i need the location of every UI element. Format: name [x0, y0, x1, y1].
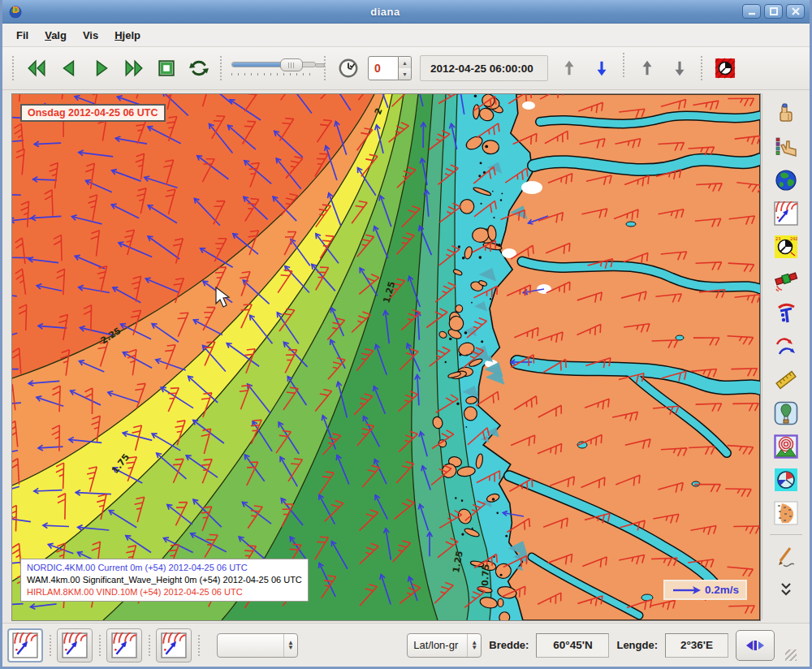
sidebar-button-wave-spectrum[interactable]	[772, 466, 800, 494]
titlebar[interactable]: D diana	[2, 0, 810, 24]
loop-button[interactable]	[183, 53, 215, 84]
sidebar-button-profet-hand[interactable]	[772, 133, 800, 161]
quick-field-button-3[interactable]	[106, 628, 142, 663]
sidebar-separator	[770, 534, 802, 535]
sidebar-button-field[interactable]	[772, 200, 800, 227]
current-scale-legend: 0.2m/s	[663, 580, 747, 600]
stop-button[interactable]	[150, 53, 183, 84]
latitude-label: Bredde:	[489, 639, 529, 651]
statusbar-grip	[50, 635, 53, 656]
quickmenu-combobox[interactable]: ▲▼	[217, 633, 298, 658]
projection-value: Lat/lon-gr	[413, 639, 458, 651]
legend-line: NORDIC.4KM.00 Current 0m (+54) 2012-04-2…	[27, 562, 302, 574]
time-offset-clock-button[interactable]	[332, 53, 365, 84]
timecontrol-button[interactable]	[709, 53, 741, 84]
level-down-button[interactable]	[663, 53, 696, 84]
spinbox-value[interactable]: 0	[368, 56, 399, 80]
toolbar-grip[interactable]	[220, 56, 223, 80]
statusbar-grip	[198, 635, 201, 656]
sidebar-button-objects[interactable]	[772, 300, 800, 327]
svg-text:D: D	[12, 5, 19, 15]
longitude-value: 2°36'E	[665, 633, 728, 658]
sidebar-button-ruler[interactable]	[772, 366, 800, 394]
spinbox-up-icon[interactable]: ▲	[399, 57, 411, 68]
toolbar: 0 ▲▼ 2012-04-25 06:00:00	[2, 47, 810, 90]
menu-item-fil[interactable]: Fil	[9, 27, 36, 44]
step-back-button[interactable]	[53, 53, 85, 84]
map-canvas[interactable]: 2.2521.751.251.250.75 Onsdag 2012-04-25 …	[11, 93, 761, 621]
sidebar-button-chevron-more[interactable]	[772, 576, 800, 603]
map-layer-legend: NORDIC.4KM.00 Current 0m (+54) 2012-04-2…	[20, 559, 309, 602]
diana-window: D diana FilValgVisHjelp 0 ▲▼ 2012-04-25 …	[0, 0, 812, 669]
fast-forward-button[interactable]	[118, 53, 150, 84]
sidebar-button-trajectory[interactable]	[772, 333, 800, 360]
spinbox-down-icon[interactable]: ▼	[399, 68, 411, 80]
diana-logo-icon: D	[7, 3, 24, 19]
current-time-display: 2012-04-25 06:00:00	[420, 55, 548, 81]
right-toolbar: 23292	[762, 93, 810, 619]
sidebar-button-observation[interactable]: 23292	[772, 233, 800, 261]
sidebar-button-satellite[interactable]	[772, 266, 800, 294]
time-step-down-button[interactable]	[585, 53, 618, 84]
toggle-panel-button[interactable]	[736, 630, 775, 661]
svg-text:23: 23	[775, 236, 780, 241]
toolbar-grip[interactable]	[701, 56, 704, 80]
minimize-button[interactable]	[742, 4, 761, 19]
toolbar-grip[interactable]	[12, 56, 15, 80]
toolbar-grip[interactable]	[324, 56, 327, 80]
quick-field-button-4[interactable]	[156, 628, 192, 663]
quick-field-button-1[interactable]	[7, 628, 43, 663]
maximize-button[interactable]	[764, 4, 783, 19]
quick-field-button-2[interactable]	[57, 628, 93, 663]
weather-map[interactable]: 2.2521.751.251.250.75	[12, 94, 760, 620]
statusbar-grip	[99, 635, 102, 656]
sidebar-button-globe[interactable]	[772, 166, 800, 194]
time-step-up-button[interactable]	[553, 53, 585, 84]
map-datetime-annotation: Onsdag 2012-04-25 06 UTC	[20, 104, 166, 122]
sidebar-button-precipitation[interactable]	[772, 499, 800, 527]
sidebar-button-thumbs-up[interactable]	[772, 100, 800, 127]
toolbar-grip[interactable]	[623, 53, 626, 77]
menu-item-valg[interactable]: Valg	[37, 27, 74, 44]
sidebar-button-vertical-profile[interactable]	[772, 399, 800, 427]
slider-handle[interactable]	[280, 58, 303, 71]
resize-grip[interactable]	[785, 650, 797, 661]
statusbar-grip	[149, 635, 152, 656]
latitude-value: 60°45'N	[536, 633, 609, 658]
scale-arrow-icon	[672, 585, 702, 596]
window-title: diana	[28, 6, 742, 18]
sidebar-button-pen[interactable]	[772, 542, 800, 570]
menu-item-hjelp[interactable]: Hjelp	[107, 27, 148, 44]
statusbar: ▲▼ Lat/lon-gr ▲▼ Bredde: 60°45'N Lengde:…	[2, 623, 810, 667]
play-button[interactable]	[85, 53, 118, 84]
longitude-label: Lengde:	[616, 639, 658, 651]
close-button[interactable]	[786, 4, 805, 19]
animation-speed-slider[interactable]	[231, 62, 316, 76]
scale-value: 0.2m/s	[705, 584, 739, 596]
legend-line: WAM.4km.00 Significant_Wave_Height 0m (+…	[27, 574, 302, 586]
svg-text:292: 292	[790, 236, 798, 241]
time-offset-spinbox[interactable]: 0 ▲▼	[368, 56, 412, 80]
menu-item-vis[interactable]: Vis	[76, 27, 106, 44]
contour-label: 0.75	[480, 564, 491, 587]
sidebar-button-cross-section[interactable]	[772, 433, 800, 460]
projection-combobox[interactable]: Lat/lon-gr ▲▼	[407, 633, 482, 658]
legend-line: HIRLAM.8KM.00 VIND.10M (+54) 2012-04-25 …	[27, 586, 302, 598]
menubar: FilValgVisHjelp	[2, 24, 810, 47]
level-up-button[interactable]	[631, 53, 663, 84]
rewind-button[interactable]	[20, 53, 53, 84]
